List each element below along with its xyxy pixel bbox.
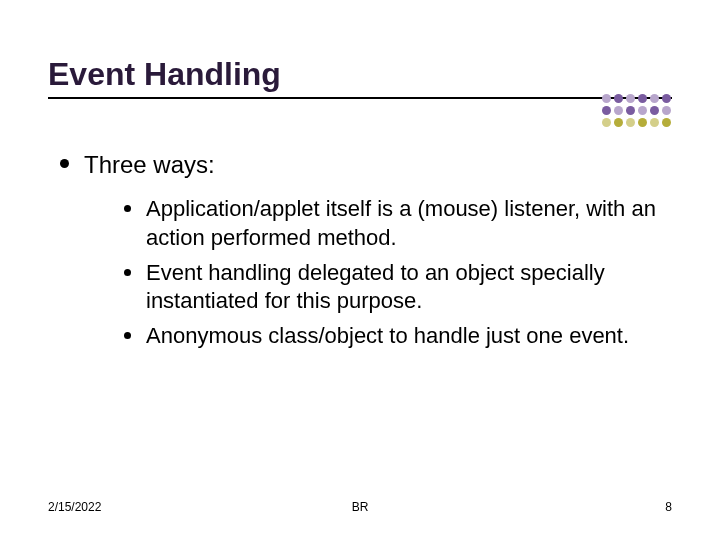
footer: 2/15/2022 BR 8 [48,500,672,514]
footer-center: BR [48,500,672,514]
list-item-text: Application/applet itself is a (mouse) l… [146,196,656,250]
bullet-list-l1: Three ways: Application/applet itself is… [48,149,672,350]
list-item-text: Anonymous class/object to handle just on… [146,323,629,348]
decorative-dots [602,94,672,128]
list-item-text: Three ways: [84,151,215,178]
bullet-list-l2: Application/applet itself is a (mouse) l… [84,195,672,350]
list-item-l2: Application/applet itself is a (mouse) l… [120,195,672,252]
list-item-l2: Anonymous class/object to handle just on… [120,322,672,351]
content: Three ways: Application/applet itself is… [48,149,672,350]
list-item-text: Event handling delegated to an object sp… [146,260,605,314]
list-item-l1: Three ways: Application/applet itself is… [56,149,672,350]
title-wrap: Event Handling [48,56,672,99]
title-rule [48,97,672,99]
slide-title: Event Handling [48,56,672,97]
list-item-l2: Event handling delegated to an object sp… [120,259,672,316]
slide: Event Handling Three ways: Application/a… [0,0,720,540]
